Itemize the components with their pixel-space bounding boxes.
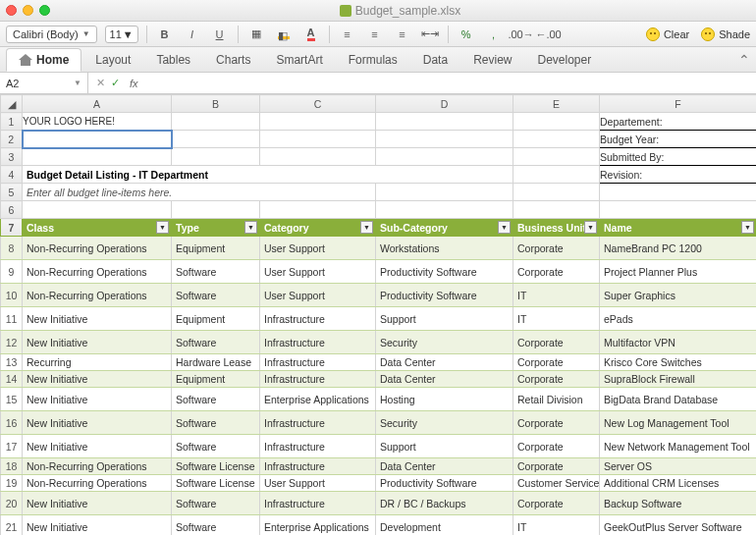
cell[interactable]: Support <box>376 307 513 331</box>
cell[interactable]: Recurring <box>23 354 172 371</box>
table-row[interactable]: 20New InitiativeSoftwareInfrastructureDR… <box>1 492 757 515</box>
cell[interactable]: SupraBlock Firewall <box>600 371 757 388</box>
accept-formula-icon[interactable]: ✓ <box>111 77 120 89</box>
cell[interactable]: IT <box>513 284 600 307</box>
row-header[interactable]: 2 <box>1 131 23 148</box>
row-header[interactable]: 19 <box>1 475 23 492</box>
cell[interactable]: Backup Software <box>600 492 757 515</box>
row-header[interactable]: 7 <box>1 219 23 237</box>
row-header[interactable]: 20 <box>1 492 23 515</box>
cell[interactable]: Enterprise Applications <box>260 515 376 536</box>
ribbon-tab-tables[interactable]: Tables <box>144 49 202 71</box>
table-row[interactable]: 13RecurringHardware LeaseInfrastructureD… <box>1 354 757 371</box>
cell[interactable]: Productivity Software <box>376 475 513 492</box>
increase-decimal-button[interactable]: .00→ <box>512 26 531 43</box>
cell[interactable]: New Initiative <box>23 435 172 458</box>
ribbon-tab-formulas[interactable]: Formulas <box>337 49 409 71</box>
cell[interactable]: Infrastructure <box>260 307 376 331</box>
col-header[interactable]: F <box>600 95 757 113</box>
window-close-icon[interactable] <box>6 5 17 16</box>
row-header[interactable]: 1 <box>1 113 23 131</box>
row-header[interactable]: 11 <box>1 307 23 331</box>
sheet-subtitle[interactable]: Enter all budget line-items here. <box>23 184 376 201</box>
cell[interactable]: Enterprise Applications <box>260 388 376 411</box>
ribbon-tab-charts[interactable]: Charts <box>204 49 262 71</box>
table-row[interactable]: 9Non-Recurring OperationsSoftwareUser Su… <box>1 260 757 284</box>
cell[interactable]: Development <box>376 515 513 536</box>
filter-dropdown-icon[interactable]: ▼ <box>741 221 754 234</box>
cell[interactable]: Non-Recurring Operations <box>23 458 172 475</box>
row-header[interactable]: 15 <box>1 388 23 411</box>
cell[interactable]: Hardware Lease <box>172 354 260 371</box>
cell[interactable]: Equipment <box>172 307 260 331</box>
row-header[interactable]: 5 <box>1 184 23 201</box>
cell[interactable]: Corporate <box>513 458 600 475</box>
ribbon-tab-review[interactable]: Review <box>461 49 523 71</box>
cell[interactable]: New Initiative <box>23 411 172 435</box>
italic-button[interactable]: I <box>183 26 202 43</box>
row-header[interactable]: 9 <box>1 260 23 284</box>
cell[interactable]: Corporate <box>513 354 600 371</box>
filter-dropdown-icon[interactable]: ▼ <box>584 221 597 234</box>
cell[interactable]: Infrastructure <box>260 371 376 388</box>
fill-color-button[interactable]: ◧ <box>274 26 294 43</box>
align-left-button[interactable]: ≡ <box>338 26 357 43</box>
row-header[interactable]: 8 <box>1 237 23 260</box>
cancel-formula-icon[interactable]: ✕ <box>96 77 105 89</box>
row-header[interactable]: 6 <box>1 201 23 219</box>
table-row[interactable]: 8Non-Recurring OperationsEquipmentUser S… <box>1 237 757 260</box>
cell[interactable]: YOUR LOGO HERE! <box>23 113 172 131</box>
cell[interactable]: GeekOutPlus Server Software <box>600 515 757 536</box>
row-header[interactable]: 16 <box>1 411 23 435</box>
cell[interactable]: Software <box>172 492 260 515</box>
cell[interactable]: Infrastructure <box>260 492 376 515</box>
cell[interactable]: New Network Management Tool <box>600 435 757 458</box>
cell[interactable]: New Log Management Tool <box>600 411 757 435</box>
cell[interactable]: Customer Service <box>513 475 600 492</box>
cell[interactable]: User Support <box>260 475 376 492</box>
cell[interactable]: New Initiative <box>23 371 172 388</box>
cell[interactable]: Software <box>172 284 260 307</box>
cell[interactable]: Support <box>376 435 513 458</box>
table-row[interactable]: 21New InitiativeSoftwareEnterprise Appli… <box>1 515 757 536</box>
cell[interactable]: New Initiative <box>23 515 172 536</box>
col-header[interactable]: B <box>172 95 260 113</box>
filter-dropdown-icon[interactable]: ▼ <box>156 221 169 234</box>
cell[interactable]: Equipment <box>172 237 260 260</box>
table-row[interactable]: 17New InitiativeSoftwareInfrastructureSu… <box>1 435 757 458</box>
font-color-button[interactable]: A <box>301 26 321 43</box>
window-zoom-icon[interactable] <box>39 5 50 16</box>
table-row[interactable]: 18Non-Recurring OperationsSoftware Licen… <box>1 458 757 475</box>
table-row[interactable]: 16New InitiativeSoftwareInfrastructureSe… <box>1 411 757 435</box>
table-row[interactable]: 10Non-Recurring OperationsSoftwareUser S… <box>1 284 757 307</box>
cell[interactable]: Submitted By: <box>600 148 757 166</box>
cell[interactable]: Equipment <box>172 371 260 388</box>
table-column-header[interactable]: Name▼ <box>600 219 757 237</box>
cell[interactable]: NameBrand PC 1200 <box>600 237 757 260</box>
cell[interactable]: DR / BC / Backups <box>376 492 513 515</box>
decrease-decimal-button[interactable]: ←.00 <box>539 26 559 43</box>
col-header[interactable]: C <box>260 95 376 113</box>
active-cell[interactable] <box>23 131 172 148</box>
cell[interactable]: Software <box>172 260 260 284</box>
font-family-select[interactable]: Calibri (Body)▼ <box>6 26 97 43</box>
table-row[interactable]: 12New InitiativeSoftwareInfrastructureSe… <box>1 331 757 354</box>
cell[interactable]: Software License <box>172 458 260 475</box>
cell[interactable]: Project Planner Plus <box>600 260 757 284</box>
cell[interactable]: Super Graphics <box>600 284 757 307</box>
cell[interactable]: Corporate <box>513 371 600 388</box>
row-header[interactable]: 21 <box>1 515 23 536</box>
bold-button[interactable]: B <box>155 26 175 43</box>
align-right-button[interactable]: ≡ <box>393 26 412 43</box>
table-row[interactable]: 15New InitiativeSoftwareEnterprise Appli… <box>1 388 757 411</box>
cell[interactable]: Corporate <box>513 492 600 515</box>
cell[interactable]: Data Center <box>376 371 513 388</box>
cell[interactable]: Security <box>376 411 513 435</box>
cell[interactable]: Corporate <box>513 237 600 260</box>
table-column-header[interactable]: Type▼ <box>172 219 260 237</box>
ribbon-tab-layout[interactable]: Layout <box>83 49 142 71</box>
row-header[interactable]: 4 <box>1 166 23 184</box>
cell[interactable]: New Initiative <box>23 492 172 515</box>
cell[interactable]: ePads <box>600 307 757 331</box>
window-minimize-icon[interactable] <box>23 5 33 16</box>
